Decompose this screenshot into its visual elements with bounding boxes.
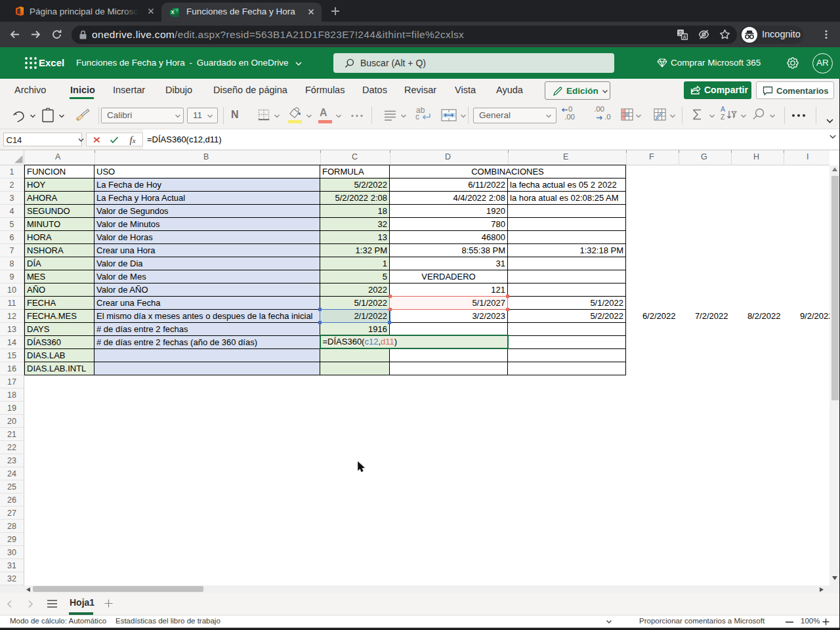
svg-text:A: A (682, 34, 686, 40)
svg-text:X: X (171, 9, 174, 15)
